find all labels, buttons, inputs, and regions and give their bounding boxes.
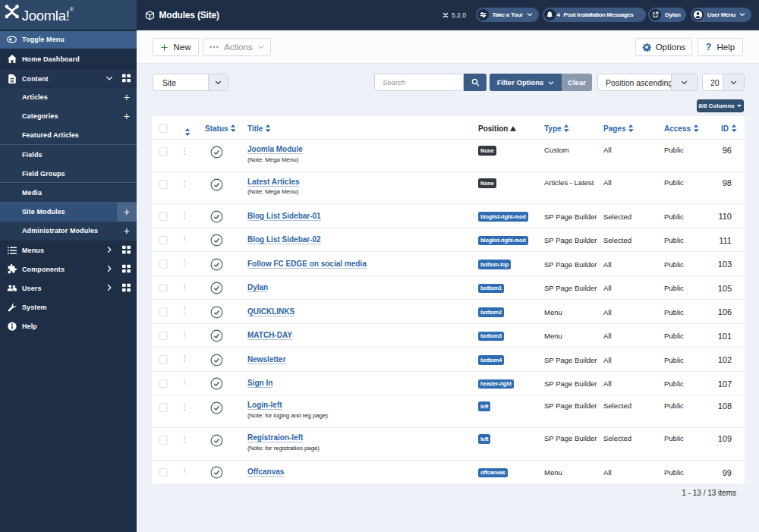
svg-text:®: ® [70, 7, 74, 12]
svg-text:Joomla!: Joomla! [22, 8, 70, 24]
